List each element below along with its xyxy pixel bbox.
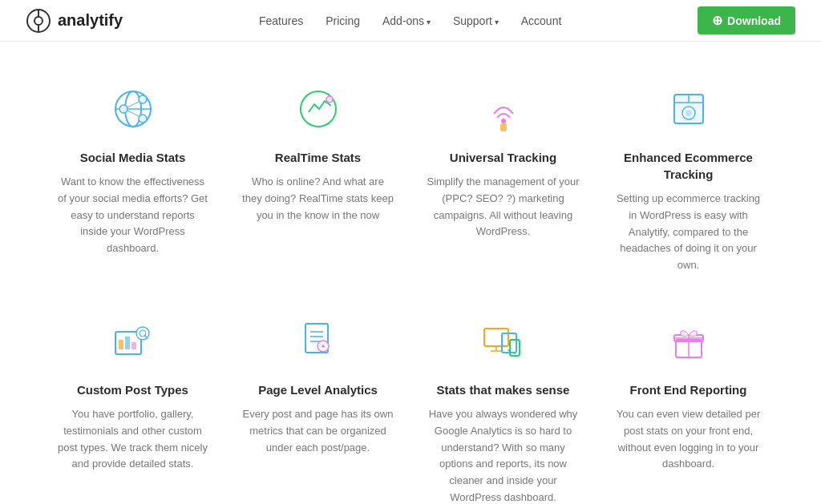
universal-tracking-icon [476,82,531,136]
logo-icon [26,8,51,34]
realtime-icon [291,82,346,136]
main-content: Social Media Stats Want to know the effe… [0,42,821,504]
social-media-desc: Want to know the effectiveness of your s… [56,174,209,257]
svg-point-21 [686,110,692,116]
svg-line-11 [127,111,139,116]
wordpress-icon: ⊕ [712,13,722,28]
ecommerce-desc: Setting up ecommerce tracking in WordPre… [612,191,765,274]
stats-sense-icon [476,314,531,369]
social-media-icon [106,82,160,136]
svg-point-1 [34,17,42,25]
ecommerce-title: Enhanced Ecommerce Tracking [612,149,765,183]
front-end-icon [661,314,716,369]
download-button[interactable]: ⊕ Download [698,6,795,34]
nav-links: Features Pricing Add-ons Support Account [259,14,561,27]
ecommerce-icon [661,82,716,136]
svg-rect-25 [125,337,130,349]
nav-addons[interactable]: Add-ons [382,14,431,27]
custom-post-desc: You have portfolio, gallery, testimonial… [56,406,209,473]
nav-pricing[interactable]: Pricing [326,14,360,27]
nav-features[interactable]: Features [259,14,303,27]
feature-page-level-analytics: Page Level Analytics Every post and page… [233,306,402,504]
realtime-title: RealTime Stats [241,149,394,166]
logo[interactable]: analytify [26,8,123,34]
social-media-title: Social Media Stats [56,149,209,166]
feature-front-end-reporting: Front End Reporting You can even view de… [604,306,773,504]
feature-social-media-stats: Social Media Stats Want to know the effe… [48,74,217,282]
logo-text: analytify [58,11,123,30]
feature-custom-post-types: Custom Post Types You have portfolio, ga… [48,306,217,504]
front-end-desc: You can even view detailed per post stat… [612,406,765,473]
page-analytics-title: Page Level Analytics [241,381,394,398]
stats-sense-desc: Have you always wondered why Google Anal… [427,406,580,504]
feature-stats-sense: Stats that makes sense Have you always w… [419,306,588,504]
realtime-desc: Who is online? And what are they doing? … [241,174,394,224]
svg-rect-16 [500,123,507,131]
svg-line-10 [127,102,139,107]
svg-point-8 [139,115,147,123]
custom-post-icon [106,314,160,369]
svg-point-43 [514,353,516,354]
universal-tracking-desc: Simplify the management of your (PPC? SE… [427,174,580,240]
feature-realtime-stats: RealTime Stats Who is online? And what a… [233,74,402,282]
custom-post-title: Custom Post Types [56,381,209,398]
page-analytics-desc: Every post and page has its own metrics … [241,406,394,456]
feature-ecommerce-tracking: Enhanced Ecommerce Tracking Setting up e… [604,74,773,282]
feature-universal-tracking: Universal Tracking Simplify the manageme… [419,74,588,282]
svg-rect-24 [119,340,123,349]
universal-tracking-title: Universal Tracking [427,149,580,166]
svg-rect-26 [131,342,136,349]
nav-support[interactable]: Support [453,14,499,27]
features-grid-row1: Social Media Stats Want to know the effe… [48,74,773,504]
page-analytics-icon [291,314,346,369]
front-end-title: Front End Reporting [612,381,765,398]
download-label: Download [727,14,781,27]
svg-point-9 [119,105,127,113]
stats-sense-title: Stats that makes sense [427,381,580,398]
svg-point-7 [139,95,147,103]
nav-account[interactable]: Account [521,14,562,27]
main-nav: analytify Features Pricing Add-ons Suppo… [0,0,821,42]
svg-rect-37 [484,329,508,346]
